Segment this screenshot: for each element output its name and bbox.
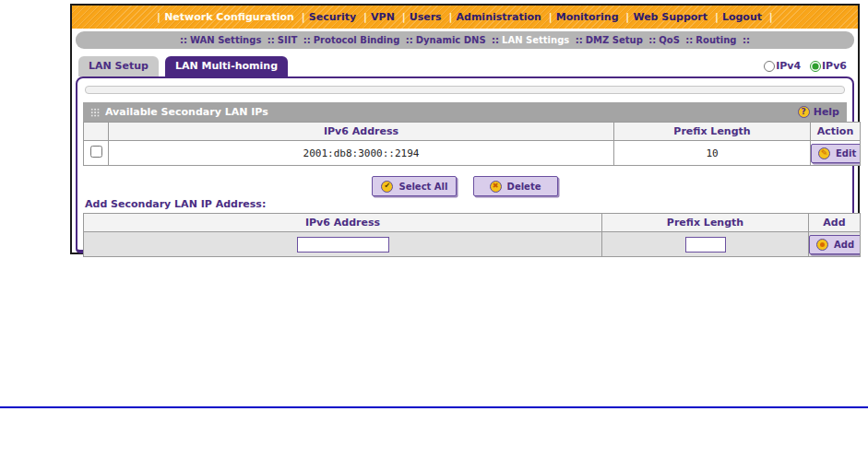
nav-item-security[interactable]: Security [309, 11, 356, 23]
subnav-separator: :: [265, 35, 278, 45]
nav-separator: | [360, 11, 371, 23]
delete-label: Delete [507, 182, 541, 192]
add-button[interactable]: Add [809, 235, 861, 254]
subnav-item-wan-settings[interactable]: WAN Settings [190, 35, 261, 45]
subnav-separator: :: [646, 35, 659, 45]
add-ipv6-column-header: IPv6 Address [84, 214, 602, 232]
help-icon: ? [798, 106, 810, 118]
subnav-separator: :: [573, 35, 586, 45]
nav-item-network-configuration[interactable]: Network Configuration [164, 11, 294, 23]
row-select-checkbox[interactable] [90, 146, 102, 158]
subnav-item-lan-settings[interactable]: LAN Settings [502, 35, 569, 45]
table-row: 2001:db8:3000::2194 10 ✎ Edit [84, 141, 861, 166]
help-link[interactable]: ? Help [798, 106, 839, 118]
ipv6-radio-label[interactable]: IPv6 [810, 60, 847, 72]
tab-lan-setup[interactable]: LAN Setup [78, 56, 159, 76]
row-prefix-length: 10 [614, 141, 811, 166]
subnav-item-qos[interactable]: QoS [659, 35, 680, 45]
nav-item-administration[interactable]: Administration [457, 11, 541, 23]
ipv4-label-text: IPv4 [776, 60, 801, 72]
section-title: Available Secondary LAN IPs [105, 106, 268, 118]
ipv6-address-column-header: IPv6 Address [109, 123, 614, 141]
subnav-item-dynamic-dns[interactable]: Dynamic DNS [416, 35, 486, 45]
nav-item-logout[interactable]: Logout [722, 11, 762, 23]
add-button-label: Add [834, 240, 854, 250]
admin-window: |Network Configuration |Security |VPN |U… [70, 4, 860, 254]
add-section-title: Add Secondary LAN IP Address: [85, 198, 847, 210]
row-ipv6-address: 2001:db8:3000::2194 [109, 141, 614, 166]
section-header: Available Secondary LAN IPs ? Help [83, 102, 847, 122]
nav-separator: | [622, 11, 633, 23]
nav-item-web-support[interactable]: Web Support [633, 11, 707, 23]
ipv4-radio[interactable] [764, 61, 775, 72]
select-all-button[interactable]: ✔ Select All [372, 176, 457, 196]
nav-item-monitoring[interactable]: Monitoring [556, 11, 619, 23]
subnav-separator: :: [683, 35, 696, 45]
ipv6-label-text: IPv6 [822, 60, 847, 72]
grip-dots-icon [90, 108, 100, 117]
nav-separator: | [153, 11, 164, 23]
nav-separator: | [711, 11, 722, 23]
subnav-separator: :: [403, 35, 416, 45]
subnav-separator: :: [740, 35, 753, 45]
ipv6-radio[interactable] [810, 61, 821, 72]
ip-version-toggle: IPv4 IPv6 [764, 59, 852, 72]
help-label: Help [814, 106, 839, 118]
prefix-length-input[interactable] [685, 237, 726, 253]
edit-button[interactable]: ✎ Edit [811, 144, 861, 163]
table-header-row: IPv6 Address Prefix Length Action [84, 123, 861, 141]
subnav-separator: :: [177, 35, 190, 45]
nav-separator: | [298, 11, 309, 23]
add-prefix-column-header: Prefix Length [602, 214, 809, 232]
add-icon [816, 239, 828, 251]
nav-item-users[interactable]: Users [410, 11, 442, 23]
page-divider-rule [0, 406, 868, 408]
subnav-item-routing[interactable]: Routing [696, 35, 736, 45]
available-ips-table: IPv6 Address Prefix Length Action 2001:d… [83, 122, 861, 166]
main-nav: |Network Configuration |Security |VPN |U… [72, 6, 858, 29]
subnav-separator: :: [489, 35, 502, 45]
edit-icon: ✎ [818, 147, 830, 159]
tabs-row: LAN Setup LAN Multi-homing IPv4 IPv6 [72, 56, 858, 76]
select-all-label: Select All [398, 182, 447, 192]
subnav-item-siit[interactable]: SIIT [278, 35, 297, 45]
add-table-header-row: IPv6 Address Prefix Length Add [84, 214, 861, 232]
content-panel: Available Secondary LAN IPs ? Help IPv6 … [76, 76, 854, 253]
table-actions: ✔ Select All ✖ Delete [83, 174, 847, 196]
add-column-header: Add [809, 214, 861, 232]
subnav-separator: :: [301, 35, 314, 45]
add-ip-table: IPv6 Address Prefix Length Add Add [83, 213, 861, 257]
nav-separator: | [545, 11, 556, 23]
tab-lan-multi-homing[interactable]: LAN Multi-homing [165, 56, 288, 76]
ipv4-radio-label[interactable]: IPv4 [764, 60, 801, 72]
subnav-item-protocol-binding[interactable]: Protocol Binding [314, 35, 400, 45]
select-all-icon: ✔ [381, 181, 393, 193]
add-table-input-row: Add [84, 232, 861, 257]
ipv6-address-input[interactable] [297, 237, 389, 253]
checkbox-column-header [84, 123, 109, 141]
nav-separator: | [398, 11, 410, 23]
status-strip [85, 86, 845, 94]
sub-nav: ::WAN Settings ::SIIT ::Protocol Binding… [76, 31, 854, 49]
prefix-length-column-header: Prefix Length [614, 123, 811, 141]
nav-item-vpn[interactable]: VPN [371, 11, 395, 23]
delete-button[interactable]: ✖ Delete [473, 176, 558, 196]
subnav-item-dmz-setup[interactable]: DMZ Setup [586, 35, 643, 45]
action-column-header: Action [811, 123, 861, 141]
nav-separator: | [766, 11, 777, 23]
nav-separator: | [445, 11, 456, 23]
edit-button-label: Edit [836, 148, 856, 159]
delete-icon: ✖ [490, 181, 502, 193]
